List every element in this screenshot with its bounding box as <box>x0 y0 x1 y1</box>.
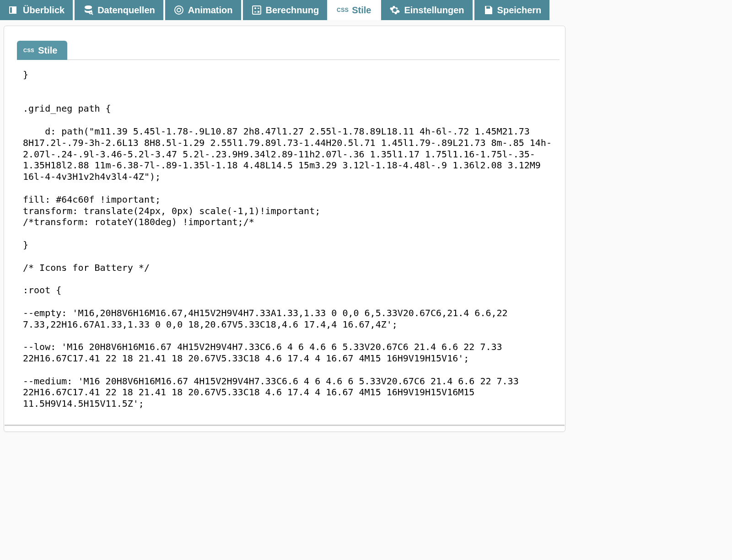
tab-label: Einstellungen <box>404 5 464 16</box>
styles-panel: CSS Stile } .grid_neg path { d: path("m1… <box>4 26 565 432</box>
svg-point-1 <box>175 6 183 14</box>
tab-label: Datenquellen <box>97 5 155 16</box>
tab-label: Stile <box>352 5 371 16</box>
tab-label: Überblick <box>23 5 65 16</box>
svg-point-2 <box>177 8 181 12</box>
inner-tab-styles[interactable]: CSS Stile <box>17 41 67 60</box>
save-icon <box>483 5 494 16</box>
overview-icon <box>8 5 19 16</box>
tab-overview[interactable]: Überblick <box>0 0 73 20</box>
tab-label: Speichern <box>497 5 542 16</box>
tab-styles[interactable]: CSS Stile <box>329 0 379 20</box>
gear-icon <box>389 5 400 16</box>
tab-label: Berechnung <box>266 5 319 16</box>
css-code-editor[interactable]: } .grid_neg path { d: path("m11.39 5.45l… <box>5 60 565 426</box>
svg-rect-3 <box>253 6 261 14</box>
inner-tab-bar: CSS Stile <box>17 41 560 60</box>
inner-tab-label: Stile <box>38 45 57 56</box>
animation-icon <box>173 5 184 16</box>
tab-calculation[interactable]: Berechnung <box>243 0 328 20</box>
top-tab-bar: Überblick Datenquellen Animation Berechn… <box>0 0 569 20</box>
tab-label: Animation <box>188 5 233 16</box>
datasources-icon <box>83 5 94 16</box>
calculation-icon <box>251 5 262 16</box>
tab-datasources[interactable]: Datenquellen <box>75 0 163 20</box>
tab-save[interactable]: Speichern <box>474 0 550 20</box>
tab-settings[interactable]: Einstellungen <box>381 0 472 20</box>
tab-animation[interactable]: Animation <box>165 0 241 20</box>
css-icon: CSS <box>23 48 34 53</box>
css-icon: CSS <box>337 5 348 16</box>
